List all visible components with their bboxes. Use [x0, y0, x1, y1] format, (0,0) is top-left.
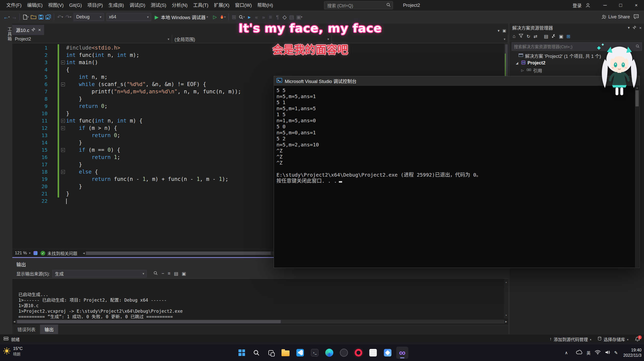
attach-to-process-icon[interactable]: ⊞: [230, 13, 237, 21]
taskbar-terminal-icon[interactable]: ›_: [309, 347, 321, 359]
collapse-icon[interactable]: −: [61, 83, 65, 86]
columns-icon[interactable]: ▤: [174, 271, 178, 276]
save-icon[interactable]: [37, 13, 45, 21]
window-position-chevron-icon[interactable]: ▾: [628, 25, 630, 30]
add-to-source-control-button[interactable]: ↑ 添加到源代码管理 ▴: [549, 336, 591, 342]
project-dropdown[interactable]: Project2 ▾: [12, 35, 172, 43]
console-scrollbar[interactable]: ▴: [635, 86, 639, 267]
autoscroll-icon[interactable]: ▣: [182, 271, 186, 276]
tray-volume-icon[interactable]: [605, 350, 610, 356]
refresh-icon[interactable]: ⇄: [534, 34, 537, 39]
collapse-icon[interactable]: −: [61, 61, 65, 64]
scroll-down-icon[interactable]: ▾: [505, 312, 507, 318]
toolbar-overflow-chevron-icon[interactable]: ▾: [301, 15, 303, 19]
minimize-button[interactable]: ─: [597, 0, 613, 11]
indent-decrease-icon[interactable]: «: [253, 13, 260, 21]
select-repository-button[interactable]: 选择存储库 ▴: [598, 336, 628, 342]
menu-item-11[interactable]: 窗口(W): [232, 0, 255, 11]
scrollbar-thumb[interactable]: [17, 320, 281, 323]
collapse-icon[interactable]: −: [61, 126, 65, 130]
wrap-icon[interactable]: ≡: [168, 271, 171, 276]
bookmark-prev-icon[interactable]: ▤: [288, 13, 295, 21]
tray-chevron-up-icon[interactable]: ∧: [565, 350, 568, 355]
code-line[interactable]: 3−int main(): [12, 59, 508, 66]
editor-tab[interactable]: 源10.c ×: [12, 25, 44, 35]
start-debugging-button[interactable]: ▶ 本地 Windows 调试器 ▾: [152, 13, 211, 21]
chevron-icon[interactable]: ◢: [515, 61, 519, 65]
indent-increase-icon[interactable]: »: [260, 13, 267, 21]
panel-tab-输出[interactable]: 输出: [40, 325, 58, 334]
taskbar-edge-icon[interactable]: [323, 347, 335, 359]
comment-icon[interactable]: ≡: [267, 13, 274, 21]
undo-chevron-icon[interactable]: ▾: [62, 15, 64, 19]
taskbar-notes-icon[interactable]: [367, 347, 379, 359]
new-project-chevron-icon[interactable]: ▾: [27, 15, 30, 19]
navigate-cursor-icon[interactable]: ▸: [246, 13, 253, 21]
navigate-forward-icon[interactable]: →: [11, 13, 18, 21]
open-file-icon[interactable]: [30, 13, 37, 21]
taskbar-clock[interactable]: 19:40 2022/11/3: [623, 347, 641, 358]
redo-chevron-icon[interactable]: ▾: [70, 15, 72, 19]
taskbar-visual-studio-icon[interactable]: ∞: [396, 347, 408, 359]
menu-item-0[interactable]: 文件(F): [4, 0, 24, 11]
output-horizontal-scrollbar[interactable]: ◂ ▸: [12, 318, 508, 325]
menu-item-1[interactable]: 编辑(E): [24, 0, 46, 11]
solution-configuration-dropdown[interactable]: Debug ▾: [74, 13, 104, 21]
menu-item-3[interactable]: Git(G): [66, 0, 85, 11]
taskbar-vscode-icon[interactable]: [294, 347, 306, 359]
menu-item-4[interactable]: 项目(P): [85, 0, 106, 11]
scrollbar-thumb[interactable]: [86, 252, 271, 255]
menu-item-12[interactable]: 帮助(H): [255, 0, 276, 11]
menu-item-9[interactable]: 工具(T): [190, 0, 211, 11]
output-text-area[interactable]: 已启动生成...1>------ 已启动生成: 项目: Project2, 配置…: [12, 279, 508, 318]
output-find-icon[interactable]: [153, 271, 158, 277]
menu-item-7[interactable]: 测试(S): [148, 0, 169, 11]
menu-item-6[interactable]: 调试(D): [127, 0, 148, 11]
close-icon[interactable]: ×: [37, 27, 41, 33]
sync-icon[interactable]: ↻: [527, 34, 530, 39]
tray-wifi-icon[interactable]: [595, 350, 601, 356]
scroll-right-icon[interactable]: ▸: [505, 319, 507, 324]
close-icon[interactable]: ×: [639, 26, 641, 30]
tray-cloud-icon[interactable]: [576, 350, 583, 355]
editor-options-icon[interactable]: ▣: [503, 28, 506, 33]
taskbar-task-view-icon[interactable]: [265, 347, 277, 359]
scroll-left-icon[interactable]: ◂: [13, 319, 15, 324]
sign-in-button[interactable]: 登录: [573, 2, 582, 9]
show-all-files-icon[interactable]: ▤: [544, 34, 548, 39]
tray-ime-icon[interactable]: 英: [587, 350, 591, 356]
document-health-indicator[interactable]: ✓ 未找到相关问题: [41, 250, 77, 256]
close-button[interactable]: ×: [628, 0, 644, 11]
tray-pen-icon[interactable]: ✎: [614, 350, 618, 355]
clear-all-icon[interactable]: −: [162, 271, 164, 276]
menu-item-5[interactable]: 生成(B): [106, 0, 127, 11]
pin-icon[interactable]: [31, 27, 35, 33]
filter-icon[interactable]: [519, 34, 523, 39]
maximize-button[interactable]: □: [613, 0, 628, 11]
scroll-up-icon[interactable]: ▴: [505, 279, 507, 285]
find-chevron-icon[interactable]: ▾: [243, 15, 246, 19]
console-output-text[interactable]: 5 5n=5,m=5,ans=15 1n=5,m=1,ans=51 5n=1,m…: [274, 86, 635, 268]
taskbar-start-icon[interactable]: [236, 347, 248, 359]
quick-search-box[interactable]: 搜索 (Ctrl+Q): [324, 1, 393, 9]
panel-tab-错误列表[interactable]: 错误列表: [13, 325, 40, 334]
live-share-button[interactable]: Live Share: [601, 14, 630, 20]
output-source-dropdown[interactable]: 生成 ▾: [52, 270, 147, 277]
scroll-left-icon[interactable]: ◂: [83, 251, 85, 255]
weather-widget[interactable]: 15°C 晴朗: [3, 346, 23, 356]
save-all-icon[interactable]: [45, 13, 52, 21]
notifications-bell-icon[interactable]: 1: [635, 337, 640, 342]
chevron-icon[interactable]: ▷: [520, 68, 525, 72]
properties-icon[interactable]: [551, 34, 556, 39]
feedback-icon[interactable]: [633, 14, 639, 20]
toolbox-vertical-tab[interactable]: 工具箱: [0, 27, 12, 41]
taskbar-opera-gx-icon[interactable]: [352, 347, 365, 359]
home-icon[interactable]: ⌂: [513, 34, 515, 39]
zoom-level-dropdown[interactable]: 121 % ▾: [15, 251, 30, 256]
background-tasks-icon[interactable]: [4, 336, 9, 342]
menu-item-10[interactable]: 扩展(X): [211, 0, 232, 11]
console-titlebar[interactable]: Microsoft Visual Studio 调试控制台 ─ □ ×: [274, 76, 639, 86]
code-view-icon[interactable]: ▣: [559, 34, 563, 39]
uncomment-icon[interactable]: ¶: [274, 13, 281, 21]
output-vertical-scrollbar[interactable]: ▴ ▾: [504, 279, 508, 318]
